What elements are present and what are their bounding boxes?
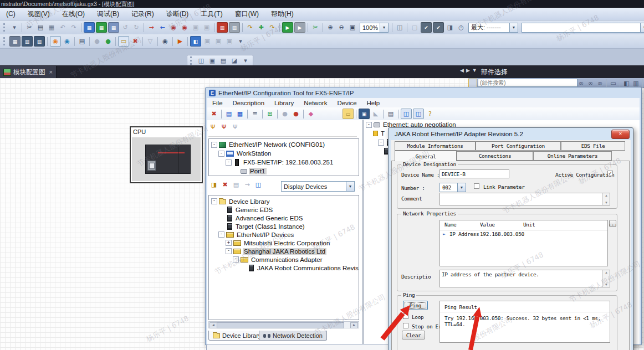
scroll-right-icon[interactable]: ▶ [466,68,472,73]
nav-orange-icon[interactable]: ◉ [50,36,61,47]
redo-gray-icon[interactable]: ↻ [131,23,141,32]
network-properties-table[interactable]: Name Value Unit ►IP Address192.168.003.0… [439,220,608,266]
menu-item[interactable]: 窗口(W) [229,8,265,20]
screen-blue-icon[interactable]: ◧ [190,36,201,47]
timer-icon[interactable]: ◷ [456,23,466,32]
io-assign-icon[interactable]: ◪ [229,56,239,65]
menu-item[interactable]: Library [269,100,299,106]
eds-insert-icon[interactable]: → [242,180,252,189]
jump2-icon[interactable]: ↷ [267,23,277,32]
toolbar-more2-icon[interactable]: ▾ [236,37,246,46]
edit-config-icon[interactable]: ▤ [224,109,234,119]
save-icon[interactable]: ▣ [359,109,370,119]
device-grid-icon[interactable]: ▦ [9,36,21,47]
collapse-toggle[interactable]: - [378,140,384,146]
clear-button[interactable]: Clear [402,331,425,339]
menu-item[interactable]: File [207,100,228,106]
toolbar-overflow-icon[interactable]: ▾ [9,23,19,32]
tree-item[interactable]: -Target (Class1 Instance) [209,222,359,230]
io-monitor-icon[interactable]: ◫ [196,56,206,65]
parts-dock-icon[interactable] [468,79,477,87]
tree-item[interactable]: -JAKA Robot Communications Revisic [209,264,359,272]
tab-online-parameters[interactable]: Online Parameters [533,151,612,161]
tab-general[interactable]: General [395,151,457,161]
menu-item[interactable]: (C) [0,8,22,20]
scrollbar-thumb[interactable] [217,322,344,328]
blank-doc-icon[interactable]: ▢ [410,23,420,32]
eds-delete-icon[interactable]: ✖ [220,180,230,189]
redo-icon[interactable]: ↷ [69,23,79,32]
device-dev2-icon[interactable]: ▥ [34,36,45,47]
open-folder-icon[interactable]: ▭ [343,109,354,119]
online-mode-icon[interactable]: ● [291,109,301,119]
tree-item[interactable]: -Generic EDS [209,205,359,214]
tree-add-icon[interactable]: ⊞ [265,109,275,119]
jump-icon[interactable]: ↷ [245,23,255,32]
device-comment-icon[interactable]: ▦ [84,22,95,33]
eye-icon[interactable]: ◉ [160,37,170,46]
collapse-toggle[interactable]: - [211,198,217,204]
number-combobox[interactable]: 002 ▼ [439,183,466,192]
chevron-down-icon[interactable]: ▼ [640,23,644,32]
tools-icon[interactable]: ◣ [371,109,381,119]
scroll-right-icon[interactable]: ► [350,322,358,328]
scroll-arrows[interactable]: ▲▼ [602,270,610,287]
tools-red-icon[interactable]: ✖ [130,37,140,46]
tree-item[interactable]: -Port1 [209,167,359,176]
gear-gray-icon[interactable]: ● [92,37,102,46]
tab-list-icon[interactable]: ▼ [472,68,479,73]
chevron-down-icon[interactable]: ▼ [380,23,388,32]
print-icon[interactable]: ▤ [386,109,396,119]
comment-field[interactable]: ▲▼ [439,193,610,205]
tree-item[interactable]: -Communications Adapter [209,255,359,264]
tree-item[interactable]: -WorkStation [209,149,359,158]
monitor-stop-icon[interactable]: ▶ [294,22,305,33]
ping-button[interactable]: Ping [403,301,428,310]
toolbar-grip[interactable] [3,37,7,45]
tree-item[interactable]: -Advanced Generic EDS [209,214,359,222]
capture1-icon[interactable]: ▣ [202,37,212,46]
execute-check-icon[interactable]: ✔ [421,22,432,33]
stamp-icon[interactable]: ▣ [191,23,201,32]
tree-item[interactable]: +Mitsubishi Electric Corporation [209,239,359,247]
expand-toggle[interactable]: + [226,240,232,246]
device-dev1-icon[interactable]: ▥ [22,36,33,47]
display-devices-combobox[interactable]: Display Devices ▼ [281,181,355,192]
tab-device-library[interactable]: Device Library [208,331,265,341]
collapse-toggle[interactable]: - [218,231,224,238]
tab-network-detection[interactable]: Network Detection [259,331,327,341]
window-flag-icon[interactable]: ◨ [445,23,455,32]
close-icon[interactable]: × [49,69,53,75]
eds-sheet-icon[interactable]: ▤ [231,180,241,189]
tree-item[interactable]: -Device Library [209,197,359,205]
toolbar-grip[interactable] [3,23,7,32]
tab-port-configuration[interactable]: Port Configuration [476,141,561,151]
io-list-icon[interactable]: ▤ [218,56,228,65]
menu-item[interactable]: 视图(V) [22,8,56,20]
max-combobox[interactable]: 最大: ------- ▼ [468,23,518,33]
snip-monitor-icon[interactable]: ✂ [310,23,320,32]
antenna-delete-icon[interactable]: Ψ [219,122,229,132]
menu-item[interactable]: 在线(O) [56,8,91,20]
insert-plug-icon[interactable]: ✚ [256,23,266,32]
menu-item[interactable]: Device [332,100,361,106]
menu-item[interactable]: 调试(B) [91,8,125,20]
menu-item[interactable]: 诊断(D) [160,8,195,20]
execute-check2-icon[interactable]: ✔ [433,22,444,33]
hand-tool-icon[interactable]: ▽ [145,37,155,46]
antenna-add-icon[interactable]: Ψ [208,122,218,132]
paste-icon[interactable]: ▦ [47,23,57,32]
eds-duplicate-icon[interactable]: ◫ [253,180,263,189]
scroll-left-icon[interactable]: ◀ [460,68,466,73]
pointer-select-icon[interactable]: ▶ [175,37,185,46]
tab-module-informations[interactable]: Module Informations [395,141,476,151]
loop-checkbox[interactable] [403,313,408,319]
device-batch-icon[interactable]: ▦ [108,22,119,33]
dialog-titlebar[interactable]: JAKA Robot Ethernet/IP Adapter Revision … [389,128,633,140]
tab-scroll-controls[interactable]: ◀▶▼ [460,68,479,73]
collapse-toggle[interactable]: - [366,122,372,128]
zoom-combobox[interactable]: 100% ▼ [360,23,389,33]
link-parameter-checkbox[interactable] [474,183,479,189]
browse-button[interactable]: ... [609,220,616,227]
tree-item[interactable]: -EtherNet/IP Network (CONFIG01) [209,140,359,149]
